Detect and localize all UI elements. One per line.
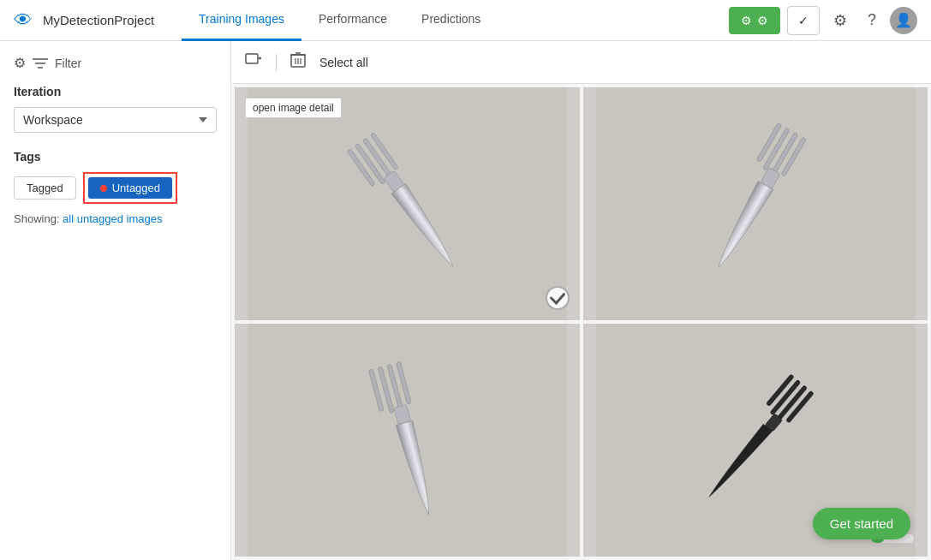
image-cell-1[interactable]: open image detail [235, 87, 580, 320]
project-name: MyDetectionProject [43, 13, 154, 27]
train-button[interactable]: ⚙ ⚙ [729, 7, 780, 34]
showing-link[interactable]: all untagged images [63, 212, 162, 225]
tags-label: Tags [14, 150, 217, 164]
fork-image-1 [235, 87, 580, 320]
filter-icon: ⚙ [14, 55, 26, 71]
avatar[interactable]: 👤 [890, 7, 917, 34]
image-check-1[interactable] [546, 286, 570, 310]
content-area: Select all [231, 41, 931, 560]
add-images-icon[interactable] [245, 51, 262, 73]
check-button[interactable]: ✓ [787, 6, 820, 35]
app-logo-icon: 👁 [14, 9, 33, 32]
tagged-button[interactable]: Tagged [14, 176, 76, 200]
tags-row: Tagged Untagged [14, 172, 217, 204]
help-button[interactable]: ? [861, 8, 883, 33]
avatar-icon: 👤 [895, 12, 912, 28]
fork-image-2 [583, 87, 928, 320]
gear-icon-2: ⚙ [757, 14, 768, 27]
untagged-button[interactable]: Untagged [88, 177, 172, 199]
filter-row[interactable]: ⚙ Filter [14, 55, 217, 71]
tab-training-images[interactable]: Training Images [182, 0, 301, 41]
filter-lines-icon [33, 57, 48, 69]
settings-icon: ⚙ [833, 12, 847, 29]
gear-icon: ⚙ [741, 14, 752, 27]
filter-label: Filter [55, 57, 81, 70]
toolbar-divider [276, 54, 277, 71]
select-all-label[interactable]: Select all [319, 56, 368, 69]
image-grid: open image detail [231, 84, 931, 560]
svg-rect-3 [246, 54, 258, 63]
showing-text: Showing: all untagged images [14, 212, 217, 225]
tags-section: Tags Tagged Untagged Showing: all untagg… [14, 150, 217, 225]
image-cell-3[interactable] [235, 324, 580, 557]
checkmark-icon: ✓ [798, 14, 809, 27]
get-started-container: Get started [813, 508, 910, 539]
tab-predictions[interactable]: Predictions [404, 0, 498, 41]
settings-button[interactable]: ⚙ [827, 8, 854, 33]
image-tooltip-1: open image detail [245, 98, 342, 118]
tab-performance[interactable]: Performance [301, 0, 404, 41]
delete-icon[interactable] [290, 51, 306, 73]
sidebar: ⚙ Filter Iteration Workspace Tags Tagged… [0, 41, 231, 560]
untagged-dot-icon [100, 185, 107, 192]
fork-image-3 [235, 324, 580, 557]
untagged-label: Untagged [112, 182, 160, 194]
main-nav: Training Images Performance Predictions [182, 0, 719, 41]
iteration-select[interactable]: Workspace [14, 107, 217, 133]
main-layout: ⚙ Filter Iteration Workspace Tags Tagged… [0, 41, 931, 560]
untagged-wrapper: Untagged [83, 172, 177, 204]
toolbar: Select all [231, 41, 931, 84]
iteration-label: Iteration [14, 85, 217, 98]
image-cell-2[interactable] [583, 87, 928, 320]
help-icon: ? [868, 11, 876, 28]
header: 👁 MyDetectionProject Training Images Per… [0, 0, 931, 41]
get-started-button[interactable]: Get started [813, 508, 910, 539]
header-actions: ⚙ ⚙ ✓ ⚙ ? 👤 [729, 6, 917, 35]
